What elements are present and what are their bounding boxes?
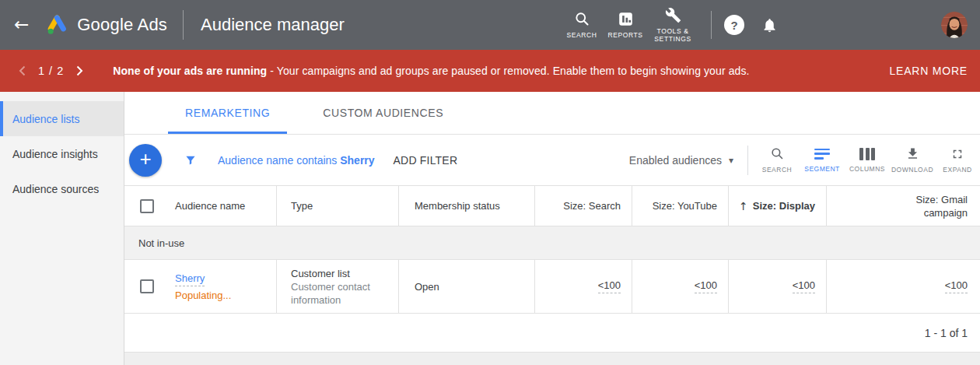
columns-label: COLUMNS	[849, 165, 885, 173]
add-filter-button[interactable]: ADD FILTER	[394, 154, 458, 167]
tools-settings-nav-button[interactable]: TOOLS & SETTINGS	[647, 7, 698, 43]
account-avatar[interactable]	[941, 12, 968, 38]
active-filter-chip[interactable]: Audience name contains Sherry	[218, 154, 375, 167]
column-label: Audience name	[175, 200, 245, 212]
column-header-size-display[interactable]: ↑ Size: Display	[729, 186, 827, 226]
toolbar-divider	[747, 146, 748, 175]
sidebar: Audience lists Audience insights Audienc…	[0, 92, 124, 365]
group-row-label: Not in-use	[138, 237, 184, 249]
size-display-value[interactable]: <100	[793, 279, 815, 293]
google-ads-logo-glyph	[44, 13, 69, 37]
sidebar-item-audience-lists[interactable]: Audience lists	[0, 101, 124, 136]
download-label: DOWNLOAD	[891, 166, 933, 174]
expand-label: EXPAND	[943, 166, 971, 174]
add-audience-button[interactable]: +	[129, 144, 162, 177]
search-nav-label: SEARCH	[566, 31, 597, 39]
sort-ascending-icon: ↑	[739, 200, 748, 212]
column-header-audience-name[interactable]: Audience name	[124, 186, 277, 226]
search-nav-button[interactable]: SEARCH	[560, 11, 604, 39]
plus-icon: +	[139, 149, 151, 169]
pagination-label: 1 - 1 of 1	[925, 327, 968, 339]
tab-bar: REMARKETING CUSTOM AUDIENCES	[124, 92, 980, 135]
size-gmail-value[interactable]: <100	[945, 279, 968, 293]
previous-alert-chevron-icon[interactable]	[14, 61, 30, 81]
header-divider-2	[711, 11, 712, 39]
expand-button[interactable]: EXPAND	[935, 147, 980, 174]
column-label: Size: YouTube	[653, 200, 717, 212]
product-name: Google Ads	[77, 15, 167, 35]
segment-label: SEGMENT	[804, 165, 840, 173]
reports-icon	[618, 11, 634, 27]
google-ads-logo-icon[interactable]	[44, 13, 69, 37]
chevron-down-icon: ▾	[729, 155, 733, 166]
populating-status: Populating...	[175, 290, 231, 301]
reports-nav-label: REPORTS	[607, 31, 642, 39]
column-label: Size: Search	[563, 200, 621, 212]
tab-custom-audiences[interactable]: CUSTOM AUDIENCES	[306, 92, 460, 134]
reports-nav-button[interactable]: REPORTS	[604, 11, 647, 39]
group-row-not-in-use: Not in-use	[124, 226, 980, 260]
topbar-left: ← Google Ads Audience manager	[14, 10, 345, 40]
audience-view-value: Enabled audiences	[629, 154, 722, 167]
alert-message-title: None of your ads are running	[113, 65, 267, 77]
table-toolbar: + Audience name contains Sherry ADD FILT…	[124, 135, 980, 186]
cell-size-gmail: <100	[827, 260, 980, 313]
audience-name-stack: Sherry Populating...	[175, 272, 231, 301]
column-label: Size: Gmail campaign	[896, 193, 968, 219]
column-header-membership-status[interactable]: Membership status	[399, 186, 535, 226]
segment-icon	[814, 148, 830, 160]
audience-name-link[interactable]: Sherry	[175, 272, 205, 286]
cell-membership-status: Open	[399, 260, 535, 313]
help-button[interactable]: ?	[724, 15, 744, 35]
size-search-value[interactable]: <100	[598, 279, 621, 293]
sidebar-item-audience-sources[interactable]: Audience sources	[0, 171, 124, 206]
alert-banner: 1 / 2 None of your ads are running - You…	[0, 50, 980, 92]
expand-icon	[950, 147, 964, 161]
cell-type: Customer list Customer contact informati…	[277, 260, 399, 313]
sidebar-item-audience-insights[interactable]: Audience insights	[0, 136, 124, 171]
learn-more-button[interactable]: LEARN MORE	[889, 65, 968, 77]
page-background	[124, 353, 980, 365]
cell-audience-name: Sherry Populating...	[124, 260, 277, 313]
table-search-button[interactable]: SEARCH	[754, 146, 800, 174]
column-label: Type	[291, 200, 313, 212]
alert-message-body: - Your campaigns and ad groups are pause…	[267, 65, 749, 77]
download-button[interactable]: DOWNLOAD	[890, 146, 935, 174]
sidebar-item-label: Audience sources	[12, 183, 99, 195]
column-header-type[interactable]: Type	[277, 186, 399, 226]
top-app-bar: ← Google Ads Audience manager SEARCH	[0, 0, 980, 50]
search-icon	[574, 11, 590, 27]
columns-icon	[859, 148, 875, 160]
type-subtext: Customer contact information	[291, 280, 398, 307]
next-alert-chevron-icon[interactable]	[72, 61, 88, 81]
tab-remarketing[interactable]: REMARKETING	[168, 92, 287, 134]
filter-chip-label: Audience name contains	[218, 154, 337, 167]
page-title: Audience manager	[201, 15, 345, 35]
alert-pager-count: 1 / 2	[38, 65, 64, 77]
filter-chip-value: Sherry	[340, 154, 374, 167]
audience-view-dropdown[interactable]: Enabled audiences ▾	[629, 154, 733, 167]
alert-message: None of your ads are running - Your camp…	[113, 65, 889, 77]
type-value: Customer list	[291, 267, 398, 280]
column-header-size-search[interactable]: Size: Search	[535, 186, 632, 226]
membership-value: Open	[415, 281, 439, 293]
cell-size-display: <100	[729, 260, 827, 313]
table-row: Sherry Populating... Customer list Custo…	[124, 260, 980, 314]
row-checkbox[interactable]	[140, 279, 154, 293]
segment-button[interactable]: SEGMENT	[800, 148, 845, 173]
select-all-checkbox[interactable]	[140, 199, 154, 213]
size-youtube-value[interactable]: <100	[695, 279, 717, 293]
table-header: Audience name Type Membership status Siz…	[124, 186, 980, 226]
columns-button[interactable]: COLUMNS	[845, 148, 890, 173]
question-mark-icon: ?	[730, 19, 737, 32]
column-label: Size: Display	[753, 200, 815, 212]
wrench-icon	[665, 7, 681, 23]
column-header-size-youtube[interactable]: Size: YouTube	[632, 186, 729, 226]
notifications-bell-icon[interactable]	[761, 17, 778, 33]
column-header-size-gmail-campaign[interactable]: Size: Gmail campaign	[827, 186, 980, 226]
back-arrow-icon[interactable]: ←	[14, 14, 38, 36]
toolbar-right-group: Enabled audiences ▾ SEARCH SEGMENT	[629, 146, 980, 175]
table-search-label: SEARCH	[762, 166, 792, 174]
type-stack: Customer list Customer contact informati…	[291, 267, 398, 307]
content-region: Audience lists Audience insights Audienc…	[0, 92, 980, 365]
